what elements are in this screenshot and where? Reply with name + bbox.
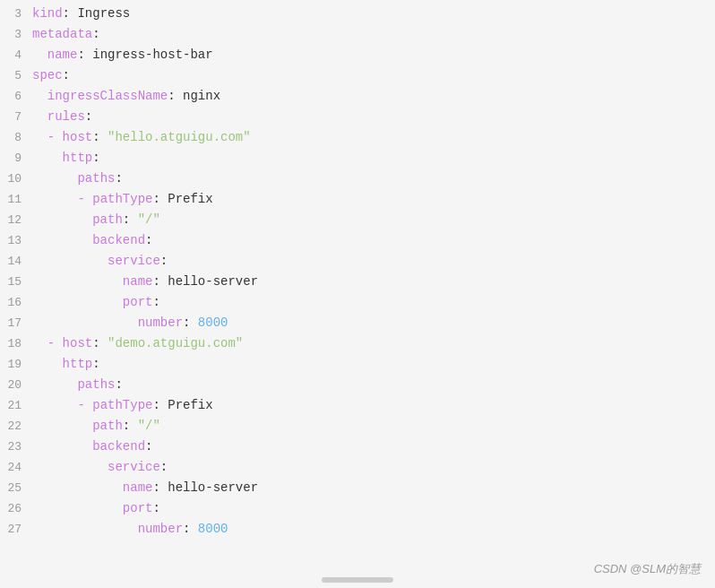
table-row: 5spec: — [0, 65, 715, 86]
line-number: 15 — [0, 272, 32, 292]
code-token: : — [152, 192, 168, 206]
line-number: 11 — [0, 190, 32, 210]
line-number: 14 — [0, 252, 32, 272]
code-token: : — [145, 233, 152, 247]
line-number: 3 — [0, 25, 32, 45]
code-token: : — [92, 130, 108, 144]
code-token: Prefix — [168, 192, 212, 206]
code-token: number — [138, 316, 183, 330]
code-token: path — [92, 212, 123, 227]
code-token: nginx — [183, 89, 220, 103]
code-token: number — [138, 522, 183, 536]
code-lines: 3kind: Ingress3metadata:4 name: ingress-… — [0, 0, 715, 543]
line-content: name: ingress-host-bar — [32, 45, 715, 65]
table-row: 27 number: 8000 — [0, 519, 715, 540]
table-row: 12 path: "/" — [0, 210, 715, 230]
line-number: 7 — [0, 108, 32, 127]
code-token: "demo.atguigu.com" — [108, 336, 243, 350]
line-content: rules: — [32, 107, 715, 126]
line-number: 9 — [0, 149, 32, 169]
code-token: : — [183, 316, 198, 330]
code-token: http — [63, 151, 93, 165]
line-content: port: — [32, 498, 715, 518]
line-content: name: hello-server — [32, 478, 715, 497]
line-number: 22 — [0, 417, 32, 437]
line-number: 16 — [0, 293, 32, 313]
line-number: 27 — [0, 520, 32, 540]
table-row: 9 http: — [0, 148, 715, 169]
line-number: 20 — [0, 376, 32, 395]
table-row: 16 port: — [0, 292, 715, 313]
code-token: - pathType — [77, 192, 152, 206]
line-content: - pathType: Prefix — [32, 395, 715, 415]
line-number: 17 — [0, 314, 32, 333]
table-row: 18 - host: "demo.atguigu.com" — [0, 333, 715, 354]
table-row: 14 service: — [0, 251, 715, 272]
code-token: service — [108, 460, 160, 474]
code-token: - host — [47, 130, 92, 144]
code-token: : — [152, 274, 168, 289]
code-token: service — [108, 254, 160, 268]
table-row: 3metadata: — [0, 24, 715, 45]
line-content: backend: — [32, 230, 715, 250]
code-editor: 3kind: Ingress3metadata:4 name: ingress-… — [0, 0, 715, 588]
line-number: 19 — [0, 355, 32, 375]
code-token: spec — [32, 68, 63, 82]
line-number: 26 — [0, 499, 32, 519]
line-number: 10 — [0, 169, 32, 189]
code-token: : — [160, 254, 168, 268]
line-number: 21 — [0, 396, 32, 416]
code-token: : — [183, 522, 198, 536]
code-token: : — [92, 357, 99, 371]
code-token: rules — [47, 109, 85, 124]
line-content: - host: "hello.atguigu.com" — [32, 127, 715, 147]
code-token: : — [152, 501, 159, 515]
line-content: number: 8000 — [32, 519, 715, 539]
code-token: : — [123, 419, 138, 433]
code-token: - pathType — [77, 398, 152, 412]
table-row: 25 name: hello-server — [0, 478, 715, 498]
code-token: Ingress — [77, 6, 130, 21]
table-row: 6 ingressClassName: nginx — [0, 86, 715, 107]
line-number: 25 — [0, 479, 32, 498]
line-content: ingressClassName: nginx — [32, 86, 715, 106]
line-content: path: "/" — [32, 210, 715, 229]
line-content: backend: — [32, 437, 715, 456]
code-token: : — [160, 460, 168, 474]
code-token: : — [152, 398, 168, 412]
code-token: "/" — [138, 212, 160, 227]
code-token: name — [123, 274, 153, 289]
code-token: : — [77, 48, 92, 62]
table-row: 7 rules: — [0, 107, 715, 127]
table-row: 23 backend: — [0, 437, 715, 457]
code-token: : — [145, 439, 152, 454]
line-content: service: — [32, 457, 715, 477]
table-row: 4 name: ingress-host-bar — [0, 45, 715, 65]
code-token: : — [152, 295, 159, 309]
code-token: ingress-host-bar — [92, 48, 212, 62]
code-token: backend — [92, 439, 145, 454]
line-number: 13 — [0, 231, 32, 251]
code-token: : — [152, 480, 168, 495]
table-row: 3kind: Ingress — [0, 4, 715, 24]
table-row: 22 path: "/" — [0, 416, 715, 437]
code-token: http — [63, 357, 93, 371]
line-content: paths: — [32, 375, 715, 394]
code-token: backend — [92, 233, 145, 247]
code-token: paths — [77, 377, 115, 392]
line-content: path: "/" — [32, 416, 715, 436]
code-token: "hello.atguigu.com" — [108, 130, 251, 144]
code-token: : — [92, 27, 99, 41]
watermark: CSDN @SLM的智慧 — [594, 561, 701, 577]
horizontal-scrollbar[interactable] — [322, 577, 393, 583]
code-token: kind — [32, 6, 63, 21]
table-row: 15 name: hello-server — [0, 272, 715, 292]
line-number: 5 — [0, 66, 32, 86]
line-content: http: — [32, 148, 715, 168]
table-row: 26 port: — [0, 498, 715, 519]
code-token: name — [47, 48, 78, 62]
code-token: : — [115, 171, 122, 186]
code-token: name — [123, 480, 153, 495]
line-content: name: hello-server — [32, 272, 715, 291]
code-token: : — [123, 212, 138, 227]
